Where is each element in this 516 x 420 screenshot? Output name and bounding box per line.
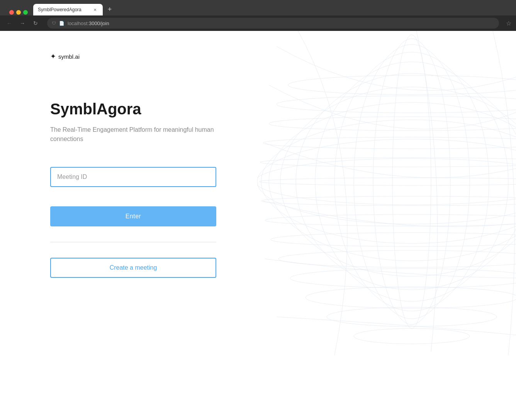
page-content: ✦ symbl.ai SymblAgora The Real-Time Enga… bbox=[0, 31, 516, 420]
tab-close-button[interactable]: ✕ bbox=[92, 7, 98, 13]
svg-point-7 bbox=[269, 102, 516, 261]
page-subtitle: The Real-Time Engagement Platform for me… bbox=[50, 125, 216, 144]
tab-bar: SymblPoweredAgora ✕ + bbox=[0, 0, 516, 15]
address-bar[interactable]: 🛡 📄 localhost:3000/join bbox=[47, 18, 499, 29]
main-content: SymblAgora The Real-Time Engagement Plat… bbox=[50, 100, 216, 278]
svg-point-2 bbox=[354, 44, 470, 319]
svg-point-19 bbox=[271, 233, 516, 247]
svg-point-22 bbox=[306, 287, 516, 308]
security-icon: 🛡 bbox=[52, 21, 56, 26]
logo-text: symbl.ai bbox=[58, 53, 80, 60]
bookmark-button[interactable]: ☆ bbox=[506, 20, 511, 27]
svg-point-3 bbox=[334, 52, 489, 311]
svg-point-4 bbox=[315, 62, 508, 301]
background-decoration bbox=[257, 31, 516, 355]
back-button[interactable]: ← bbox=[5, 19, 14, 28]
svg-point-24 bbox=[354, 328, 470, 344]
svg-point-5 bbox=[296, 73, 516, 290]
svg-point-13 bbox=[269, 117, 516, 131]
svg-point-23 bbox=[327, 307, 497, 326]
svg-point-1 bbox=[373, 39, 450, 325]
svg-point-6 bbox=[280, 87, 516, 276]
svg-point-14 bbox=[263, 137, 516, 149]
svg-point-11 bbox=[288, 75, 516, 95]
create-meeting-button[interactable]: Create a meeting bbox=[50, 258, 216, 278]
svg-point-20 bbox=[278, 250, 516, 267]
svg-point-9 bbox=[257, 139, 516, 224]
divider-line bbox=[50, 242, 216, 242]
svg-point-10 bbox=[257, 158, 516, 205]
meeting-id-input[interactable] bbox=[50, 167, 216, 187]
forward-button[interactable]: → bbox=[18, 19, 27, 28]
divider bbox=[50, 242, 216, 242]
url-display: localhost:3000/join bbox=[68, 20, 109, 26]
reload-button[interactable]: ↻ bbox=[31, 19, 40, 28]
maximize-window-button[interactable] bbox=[23, 10, 28, 15]
enter-button[interactable]: Enter bbox=[50, 206, 216, 226]
svg-point-21 bbox=[290, 269, 516, 288]
svg-point-0 bbox=[392, 35, 431, 328]
toolbar: ← → ↻ 🛡 📄 localhost:3000/join ☆ bbox=[0, 15, 516, 31]
svg-point-15 bbox=[260, 158, 516, 167]
page-icon: 📄 bbox=[59, 21, 64, 26]
new-tab-button[interactable]: + bbox=[104, 4, 115, 15]
browser-chrome: SymblPoweredAgora ✕ + ← → ↻ 🛡 📄 localhos… bbox=[0, 0, 516, 31]
minimize-window-button[interactable] bbox=[16, 10, 21, 15]
tab-title: SymblPoweredAgora bbox=[38, 7, 89, 12]
traffic-lights bbox=[4, 10, 33, 15]
svg-point-8 bbox=[261, 120, 516, 243]
svg-point-16 bbox=[259, 178, 516, 185]
logo-area: ✦ symbl.ai bbox=[50, 52, 80, 61]
svg-point-17 bbox=[261, 196, 516, 206]
svg-point-18 bbox=[265, 214, 516, 226]
close-window-button[interactable] bbox=[9, 10, 14, 15]
svg-point-12 bbox=[277, 96, 516, 113]
active-tab[interactable]: SymblPoweredAgora ✕ bbox=[33, 4, 103, 15]
page-title: SymblAgora bbox=[50, 100, 216, 117]
logo-icon: ✦ bbox=[50, 52, 56, 61]
